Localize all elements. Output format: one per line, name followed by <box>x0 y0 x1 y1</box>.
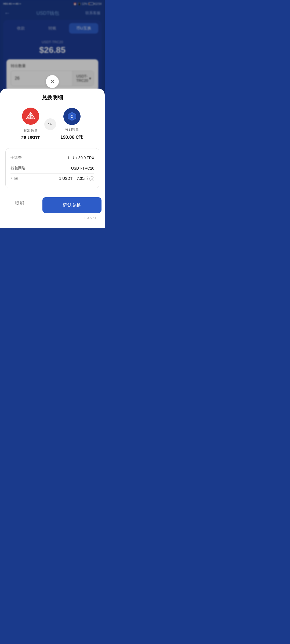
rate-row: 汇率 1 USDT = 7.31币 ☺ <box>10 173 94 184</box>
network-label: 钱包网络 <box>10 166 26 171</box>
ccoin-icon: C <box>67 112 77 121</box>
from-coin-icon-wrap: TRC20 <box>22 108 39 126</box>
confirm-button[interactable]: 确认兑换 <box>42 197 102 213</box>
trc20-badge-label: TRC20 <box>22 124 39 126</box>
cancel-button[interactable]: 取消 <box>0 195 39 215</box>
overlay: ✕ 兑换明细 TRC20 转出数量 <box>0 0 105 228</box>
to-coin-amount: 190.06 C币 <box>60 134 84 140</box>
arrow-icon: ↷ <box>48 121 52 127</box>
to-coin-desc: 收到数量 <box>65 127 79 132</box>
tron-icon <box>26 111 35 121</box>
exchange-visual: TRC20 转出数量 26 USDT ↷ C 收到数量 190 <box>5 108 99 141</box>
bottom-sheet: 兑换明细 TRC20 转出数量 26 USDT <box>0 89 105 228</box>
close-button[interactable]: ✕ <box>46 75 59 88</box>
watermark: ThiA 5814 <box>5 215 99 221</box>
rate-value: 1 USDT = 7.31币 ☺ <box>59 176 94 181</box>
from-coin-icon <box>22 108 39 125</box>
from-coin-amount: 26 USDT <box>21 135 40 141</box>
to-coin-icon: C <box>63 108 81 125</box>
from-coin-desc: 转出数量 <box>24 128 38 133</box>
close-icon: ✕ <box>50 79 55 84</box>
network-value: USDT-TRC20 <box>71 166 94 170</box>
network-row: 钱包网络 USDT-TRC20 <box>10 163 94 173</box>
fee-value: 1. U + 30.0 TRX <box>67 156 94 160</box>
info-icon: ☺ <box>89 176 94 181</box>
exchange-arrow: ↷ <box>44 118 56 130</box>
svg-text:C: C <box>70 114 74 119</box>
fee-label: 手续费 <box>10 155 22 160</box>
fee-row: 手续费 1. U + 30.0 TRX <box>10 153 94 163</box>
to-coin-side: C 收到数量 190.06 C币 <box>60 108 84 140</box>
rate-label: 汇率 <box>10 176 18 181</box>
sheet-title: 兑换明细 <box>5 94 99 101</box>
details-card: 手续费 1. U + 30.0 TRX 钱包网络 USDT-TRC20 汇率 1… <box>5 148 99 188</box>
from-coin-side: TRC20 转出数量 26 USDT <box>21 108 40 141</box>
action-buttons: 取消 确认兑换 <box>0 195 105 215</box>
